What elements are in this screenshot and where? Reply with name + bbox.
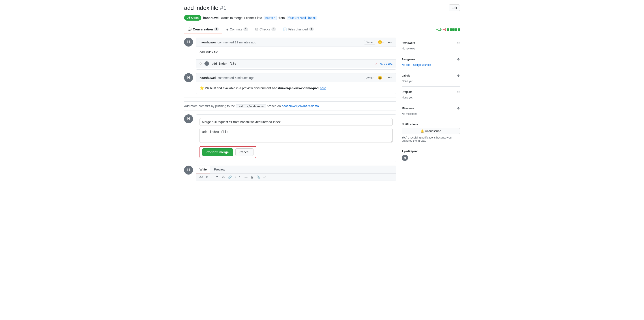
files-count: 1: [309, 27, 314, 31]
toolbar-ordered-list[interactable]: 1.: [238, 175, 242, 179]
commits-count: 1: [244, 27, 248, 31]
checks-count: 0: [272, 27, 276, 31]
cancel-button[interactable]: Cancel: [235, 148, 254, 156]
add-commits-line: Add more commits by pushing to the featu…: [184, 101, 396, 111]
comment-author-time-2: haoshuwei commented 6 minutes ago: [200, 76, 254, 80]
files-icon: 📄: [283, 27, 287, 31]
merge-title-input[interactable]: [200, 118, 392, 126]
toolbar-quote[interactable]: ❝❞: [214, 175, 220, 179]
main-layout: H haoshuwei commented 11 minutes ago Own…: [184, 34, 460, 181]
head-branch-tag[interactable]: feature/add-index: [286, 16, 317, 20]
comment-card-2: haoshuwei commented 6 minutes ago Owner …: [196, 73, 396, 94]
toolbar-undo[interactable]: ↩: [262, 175, 267, 179]
toolbar-italic[interactable]: i: [211, 175, 213, 179]
write-section-row: H Write Preview AA B i ❝❞ <> 🔗 • 1.: [184, 166, 396, 181]
tab-commits[interactable]: ◈ Commits 1: [222, 25, 252, 34]
confirm-merge-wrapper: Confirm merge Cancel: [200, 146, 256, 158]
tab-conversation[interactable]: 💬 Conversation 1: [184, 25, 222, 34]
editor-toolbar: AA B i ❝❞ <> 🔗 • 1. — @ 📎 ↩: [196, 174, 396, 181]
toolbar-task-list[interactable]: —: [244, 175, 248, 179]
comment-body-2: ⭐ PR built and available in a preview en…: [196, 82, 396, 94]
toolbar-code[interactable]: <>: [221, 175, 226, 179]
write-tabs: Write Preview: [196, 166, 396, 174]
projects-empty: None yet: [402, 96, 412, 99]
feature-branch-code: feature/add-index: [236, 104, 266, 108]
preview-tab[interactable]: Preview: [210, 166, 228, 173]
comment-body-1: add index file: [196, 47, 396, 57]
commit-status-icon: ✕: [376, 61, 378, 66]
milestone-empty: No milestone: [402, 112, 418, 115]
assignees-gear-icon[interactable]: ⚙: [457, 57, 460, 61]
toolbar-bold[interactable]: B: [205, 175, 209, 179]
diff-stats: +19 −0: [436, 28, 460, 31]
deletions-count: −0: [442, 28, 446, 31]
commits-icon: ◈: [226, 27, 228, 31]
reviewers-empty: No reviews: [402, 47, 415, 50]
more-button-2[interactable]: •••: [387, 75, 392, 80]
avatar-2: H: [184, 73, 193, 82]
diff-bar-seg-3: [452, 28, 454, 31]
sidebar-assignees: Assignees ⚙ No one—assign yourself: [402, 54, 460, 70]
sidebar: Reviewers ⚙ No reviews Assignees ⚙ No on…: [402, 37, 460, 181]
merge-desc-textarea[interactable]: [200, 128, 392, 143]
emoji-button-1[interactable]: 😊+: [377, 40, 385, 45]
write-tab[interactable]: Write: [196, 166, 210, 173]
base-branch-tag[interactable]: master: [264, 16, 276, 20]
toolbar-attach[interactable]: 📎: [256, 175, 261, 179]
comment-author-time-1: haoshuwei commented 11 minutes ago: [200, 40, 256, 44]
merge-icon: ⎇: [187, 16, 190, 19]
notifications-title-row: Notifications: [402, 123, 460, 126]
toolbar-link[interactable]: 🔗: [227, 175, 233, 179]
main-content: H haoshuwei commented 11 minutes ago Own…: [184, 37, 396, 181]
comment-2: H haoshuwei commented 6 minutes ago Owne…: [184, 73, 396, 94]
toolbar-mention[interactable]: @: [250, 175, 254, 179]
projects-title-row: Projects ⚙: [402, 90, 460, 94]
owner-badge-1: Owner: [364, 40, 375, 44]
open-badge: ⎇ Open: [184, 15, 201, 20]
diff-bar-seg-5: [458, 28, 460, 31]
pr-title-row: add index file #1 Edit: [184, 4, 460, 11]
comment-header-2: haoshuwei commented 6 minutes ago Owner …: [196, 73, 396, 82]
notifications-description: You're receiving notifications because y…: [402, 136, 460, 142]
commit-row: add index file ✕ 07ac101: [196, 59, 396, 68]
comment-1: H haoshuwei commented 11 minutes ago Own…: [184, 37, 396, 70]
toolbar-unordered-list[interactable]: •: [234, 175, 237, 179]
pr-meta-author: haoshuwei wants to merge 1 commit into: [203, 16, 262, 20]
milestone-gear-icon[interactable]: ⚙: [457, 106, 460, 110]
diff-bar: [447, 28, 460, 31]
additions-count: +19: [436, 28, 442, 31]
participants-title-row: 1 participant: [402, 150, 460, 153]
comment-header-1: haoshuwei commented 11 minutes ago Owner…: [196, 38, 396, 47]
toolbar-aa[interactable]: AA: [198, 175, 204, 179]
pr-title: add index file #1: [184, 4, 226, 11]
tabs-bar: 💬 Conversation 1 ◈ Commits 1 ☑ Checks 0 …: [184, 25, 460, 34]
more-button-1[interactable]: •••: [387, 40, 392, 45]
reviewers-gear-icon[interactable]: ⚙: [457, 41, 460, 45]
labels-gear-icon[interactable]: ⚙: [457, 74, 460, 77]
emoji-button-2[interactable]: 😊+: [377, 75, 385, 80]
assignees-empty[interactable]: No one—assign yourself: [402, 63, 431, 66]
star-emoji: ⭐: [200, 86, 204, 90]
avatar-write: H: [184, 166, 193, 175]
participant-avatar-1: H: [402, 155, 408, 161]
conversation-count: 1: [214, 27, 219, 31]
tab-files-changed[interactable]: 📄 Files changed 1: [280, 25, 317, 34]
milestone-title-row: Milestone ⚙: [402, 106, 460, 110]
pr-meta: ⎇ Open haoshuwei wants to merge 1 commit…: [184, 15, 460, 20]
edit-button[interactable]: Edit: [449, 4, 460, 11]
confirm-merge-button[interactable]: Confirm merge: [202, 148, 233, 156]
commit-avatar: [204, 61, 209, 66]
repo-link[interactable]: haoshuwei/jenkins-x-demo: [282, 104, 319, 108]
tab-checks[interactable]: ☑ Checks 0: [252, 25, 280, 34]
diff-bar-seg-2: [450, 28, 452, 31]
checks-icon: ☑: [255, 27, 258, 31]
reviewers-title-row: Reviewers ⚙: [402, 41, 460, 45]
unsubscribe-button[interactable]: 🔔 Unsubscribe: [402, 128, 460, 134]
preview-link[interactable]: here: [320, 86, 326, 90]
labels-empty: None yet: [402, 80, 412, 83]
projects-gear-icon[interactable]: ⚙: [457, 90, 460, 94]
sidebar-notifications: Notifications 🔔 Unsubscribe You're recei…: [402, 119, 460, 146]
merge-card: Confirm merge Cancel: [196, 114, 396, 162]
sidebar-participants: 1 participant H: [402, 146, 460, 164]
commit-hash[interactable]: 07ac101: [380, 62, 392, 65]
